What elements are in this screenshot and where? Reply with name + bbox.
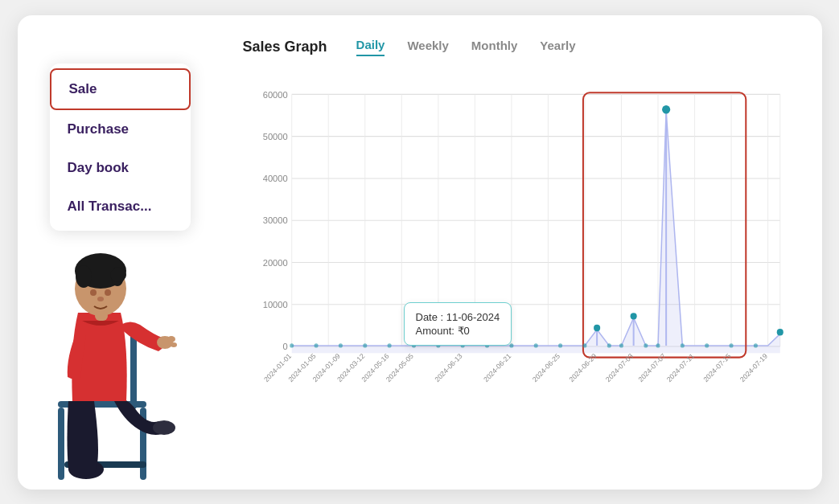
svg-point-55 (662, 104, 670, 113)
svg-point-70 (607, 343, 611, 347)
svg-point-65 (485, 343, 489, 347)
svg-point-63 (436, 343, 440, 347)
svg-text:10000: 10000 (262, 299, 287, 309)
svg-point-74 (680, 343, 684, 347)
svg-point-66 (509, 343, 513, 347)
svg-rect-4 (130, 329, 137, 409)
left-panel: Sale Purchase Day book All Transac... (18, 15, 227, 490)
tab-monthly[interactable]: Monthly (471, 39, 518, 55)
svg-text:2024-06-13: 2024-06-13 (433, 351, 463, 383)
svg-point-61 (387, 343, 391, 347)
svg-text:0: 0 (282, 342, 287, 351)
svg-point-56 (776, 329, 783, 335)
svg-point-12 (76, 265, 92, 288)
svg-point-9 (171, 342, 177, 347)
menu-item-sale[interactable]: Sale (50, 68, 191, 110)
chart-svg: 60000 50000 40000 30000 20000 10000 0 (243, 69, 796, 439)
chart-area: 60000 50000 40000 30000 20000 10000 0 (243, 69, 796, 439)
chart-title: Sales Graph (243, 39, 327, 55)
svg-point-16 (105, 289, 111, 296)
svg-text:2024-06-25: 2024-06-25 (530, 351, 561, 383)
right-panel: Sales Graph Daily Weekly Monthly Yearly (227, 15, 822, 490)
svg-point-73 (656, 343, 660, 347)
svg-point-60 (363, 343, 367, 347)
svg-point-77 (753, 343, 757, 347)
svg-text:20000: 20000 (262, 257, 287, 267)
svg-rect-18 (95, 311, 108, 321)
svg-text:50000: 50000 (262, 131, 287, 141)
svg-point-69 (582, 343, 586, 347)
svg-point-76 (729, 343, 733, 347)
svg-point-64 (460, 343, 464, 347)
svg-text:30000: 30000 (262, 215, 287, 225)
svg-text:2024-06-29: 2024-06-29 (567, 351, 598, 383)
svg-point-6 (153, 420, 175, 435)
svg-point-59 (338, 343, 342, 347)
svg-point-15 (90, 289, 97, 296)
svg-point-71 (619, 343, 623, 347)
tab-yearly[interactable]: Yearly (540, 39, 575, 55)
svg-point-58 (314, 343, 318, 347)
svg-text:60000: 60000 (262, 89, 287, 99)
svg-point-68 (558, 343, 562, 347)
svg-point-75 (705, 343, 709, 347)
svg-point-14 (110, 268, 126, 282)
svg-text:2024-06-21: 2024-06-21 (482, 351, 512, 383)
svg-point-57 (290, 343, 294, 347)
menu-item-purchase[interactable]: Purchase (50, 110, 191, 149)
svg-rect-1 (58, 408, 64, 480)
svg-point-72 (644, 343, 648, 347)
svg-point-67 (533, 343, 537, 347)
tab-weekly[interactable]: Weekly (407, 39, 448, 55)
menu-item-alltransac[interactable]: All Transac... (50, 187, 191, 226)
svg-text:40000: 40000 (262, 173, 287, 182)
tab-daily[interactable]: Daily (356, 38, 385, 56)
dropdown-menu: Sale Purchase Day book All Transac... (50, 64, 191, 231)
svg-point-17 (97, 297, 104, 301)
main-card: Sale Purchase Day book All Transac... (18, 15, 822, 490)
svg-point-8 (167, 336, 175, 342)
chart-header: Sales Graph Daily Weekly Monthly Yearly (243, 38, 796, 56)
menu-item-daybook[interactable]: Day book (50, 149, 191, 187)
svg-point-62 (411, 343, 415, 347)
svg-point-53 (630, 313, 636, 319)
svg-point-51 (594, 324, 600, 330)
